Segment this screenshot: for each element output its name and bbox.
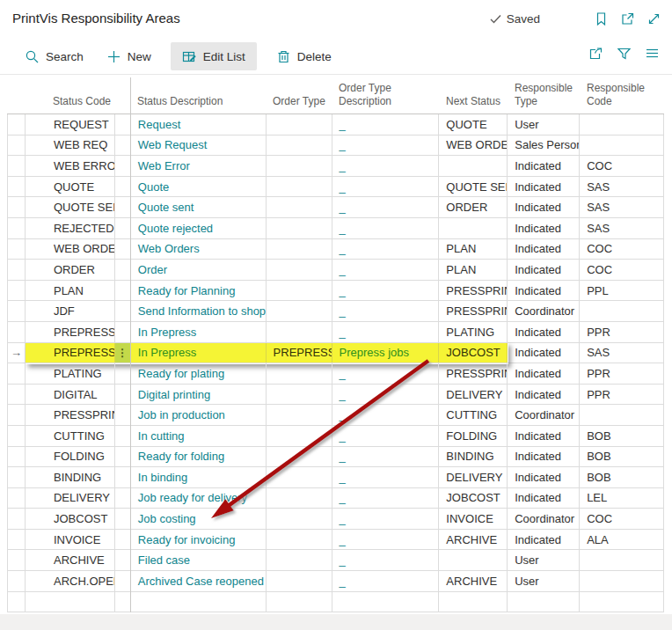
status-code-cell[interactable]: ARCHIVE bbox=[26, 550, 115, 570]
row-menu-cell[interactable] bbox=[115, 426, 131, 446]
order-type-cell[interactable] bbox=[267, 322, 332, 342]
row-menu-cell[interactable] bbox=[115, 405, 131, 425]
row-menu-cell[interactable] bbox=[115, 447, 131, 467]
responsible-code-cell[interactable]: SAS bbox=[580, 343, 664, 363]
status-description-cell[interactable]: Filed case bbox=[131, 550, 267, 570]
responsible-type-cell[interactable]: Indicated bbox=[508, 156, 580, 176]
responsible-type-cell[interactable]: Indicated bbox=[508, 467, 580, 487]
order-type-cell[interactable] bbox=[267, 405, 332, 425]
row-menu-cell[interactable] bbox=[115, 363, 131, 384]
row-menu-cell[interactable] bbox=[115, 385, 131, 405]
status-code-cell[interactable]: ORDER bbox=[26, 260, 115, 280]
order-type-cell[interactable] bbox=[267, 301, 332, 321]
row-menu-cell[interactable] bbox=[115, 592, 131, 612]
row-menu-icon[interactable]: ⋮ bbox=[117, 347, 128, 359]
row-selector-cell[interactable] bbox=[8, 405, 26, 425]
next-status-cell[interactable]: INVOICE bbox=[439, 509, 508, 529]
next-status-cell[interactable]: QUOTE bbox=[439, 114, 508, 135]
row-menu-cell[interactable] bbox=[115, 281, 131, 301]
responsible-code-cell[interactable]: PPR bbox=[580, 363, 664, 384]
row-selector-cell[interactable] bbox=[8, 385, 26, 405]
status-description-cell[interactable]: Ready for plating bbox=[131, 363, 267, 384]
next-status-cell[interactable]: FOLDING bbox=[439, 426, 508, 446]
status-code-cell[interactable]: PRESSPRINT bbox=[26, 405, 115, 425]
responsible-type-cell[interactable]: Indicated bbox=[508, 239, 580, 260]
status-description-cell[interactable]: Digital printing bbox=[131, 385, 267, 405]
order-type-description-cell[interactable] bbox=[332, 592, 440, 612]
next-status-cell[interactable]: BINDING bbox=[439, 447, 508, 467]
responsible-code-cell[interactable] bbox=[580, 550, 664, 570]
row-selector-cell[interactable] bbox=[8, 136, 26, 156]
row-selector-cell[interactable] bbox=[8, 218, 26, 238]
row-selector-cell[interactable] bbox=[8, 239, 26, 260]
status-code-cell[interactable]: WEB REQ bbox=[26, 136, 115, 156]
order-type-description-cell[interactable]: _ bbox=[332, 488, 440, 509]
order-type-cell[interactable] bbox=[267, 156, 332, 176]
table-row[interactable]: CUTTING In cutting _ FOLDING Indicated B… bbox=[7, 426, 664, 447]
row-menu-cell[interactable]: ⋮ bbox=[115, 343, 131, 363]
next-status-cell[interactable]: PLATING bbox=[439, 322, 508, 342]
table-row[interactable]: WEB ORDER Web Orders _ PLAN Indicated CO… bbox=[7, 239, 664, 260]
responsible-type-cell[interactable]: Indicated bbox=[508, 447, 580, 467]
status-code-cell[interactable] bbox=[26, 592, 115, 612]
next-status-cell[interactable]: ARCHIVE bbox=[439, 530, 508, 550]
next-status-cell[interactable]: PLAN bbox=[439, 239, 508, 260]
header-status-description[interactable]: Status Description bbox=[130, 95, 266, 109]
row-menu-cell[interactable] bbox=[115, 322, 131, 342]
order-type-description-cell[interactable]: _ bbox=[332, 301, 440, 321]
order-type-description-cell[interactable]: Prepress jobs bbox=[332, 343, 440, 363]
status-code-cell[interactable]: JDF bbox=[26, 301, 115, 321]
search-button[interactable]: Search bbox=[18, 42, 91, 70]
row-menu-cell[interactable] bbox=[115, 509, 131, 529]
status-description-cell[interactable]: Job ready for delivery bbox=[131, 488, 267, 509]
status-code-cell[interactable]: DELIVERY bbox=[26, 488, 115, 509]
order-type-description-cell[interactable]: _ bbox=[332, 322, 440, 342]
status-description-cell[interactable]: In cutting bbox=[131, 426, 267, 446]
row-selector-cell[interactable]: → bbox=[8, 343, 26, 363]
order-type-cell[interactable] bbox=[267, 488, 332, 509]
responsible-type-cell[interactable]: Indicated bbox=[508, 218, 580, 238]
next-status-cell[interactable]: ORDER bbox=[439, 197, 508, 217]
row-menu-cell[interactable] bbox=[115, 571, 131, 591]
row-selector-cell[interactable] bbox=[8, 363, 26, 384]
table-row[interactable]: QUOTE Quote _ QUOTE SENT Indicated SAS bbox=[7, 177, 664, 198]
next-status-cell[interactable] bbox=[439, 592, 508, 612]
expand-icon[interactable] bbox=[646, 11, 661, 26]
row-menu-cell[interactable] bbox=[115, 218, 131, 238]
row-menu-cell[interactable] bbox=[115, 177, 131, 197]
status-code-cell[interactable]: REJECTED bbox=[26, 218, 115, 238]
responsible-type-cell[interactable]: Indicated bbox=[508, 322, 580, 342]
status-description-cell[interactable]: Order bbox=[131, 260, 267, 280]
row-menu-cell[interactable] bbox=[115, 550, 131, 570]
responsible-type-cell[interactable]: Indicated bbox=[508, 426, 580, 446]
order-type-cell[interactable] bbox=[267, 239, 332, 260]
responsible-code-cell[interactable]: ALA bbox=[580, 530, 664, 550]
row-menu-cell[interactable] bbox=[115, 467, 131, 487]
next-status-cell[interactable]: DELIVERY bbox=[439, 385, 508, 405]
responsible-code-cell[interactable]: COC bbox=[580, 260, 664, 280]
row-menu-cell[interactable] bbox=[115, 260, 131, 280]
responsible-type-cell[interactable]: User bbox=[508, 571, 580, 591]
responsible-type-cell[interactable]: Indicated bbox=[508, 260, 580, 280]
row-selector-cell[interactable] bbox=[8, 114, 26, 135]
order-type-description-cell[interactable]: _ bbox=[332, 467, 440, 487]
status-description-cell[interactable]: In binding bbox=[131, 467, 267, 487]
responsible-type-cell[interactable]: Indicated bbox=[508, 281, 580, 301]
order-type-cell[interactable] bbox=[267, 260, 332, 280]
status-description-cell[interactable]: Web Orders bbox=[131, 239, 267, 260]
header-status-code[interactable]: Status Code bbox=[25, 95, 114, 109]
header-order-type[interactable]: Order Type bbox=[266, 95, 332, 109]
order-type-cell[interactable] bbox=[267, 218, 332, 238]
responsible-code-cell[interactable]: COC bbox=[580, 239, 664, 260]
row-selector-cell[interactable] bbox=[8, 488, 26, 509]
status-code-cell[interactable]: PREPRESS bbox=[26, 322, 115, 342]
table-row[interactable]: WEB ERROR Web Error _ Indicated COC bbox=[7, 156, 664, 177]
row-menu-cell[interactable] bbox=[115, 197, 131, 217]
row-menu-cell[interactable] bbox=[115, 301, 131, 321]
header-responsible-type[interactable]: Responsible Type bbox=[508, 82, 580, 109]
row-menu-cell[interactable] bbox=[115, 239, 131, 260]
status-code-cell[interactable]: QUOTE SENT bbox=[26, 197, 115, 217]
responsible-type-cell[interactable]: Indicated bbox=[508, 385, 580, 405]
responsible-type-cell[interactable]: Sales Person bbox=[508, 136, 580, 156]
order-type-description-cell[interactable]: _ bbox=[332, 260, 440, 280]
